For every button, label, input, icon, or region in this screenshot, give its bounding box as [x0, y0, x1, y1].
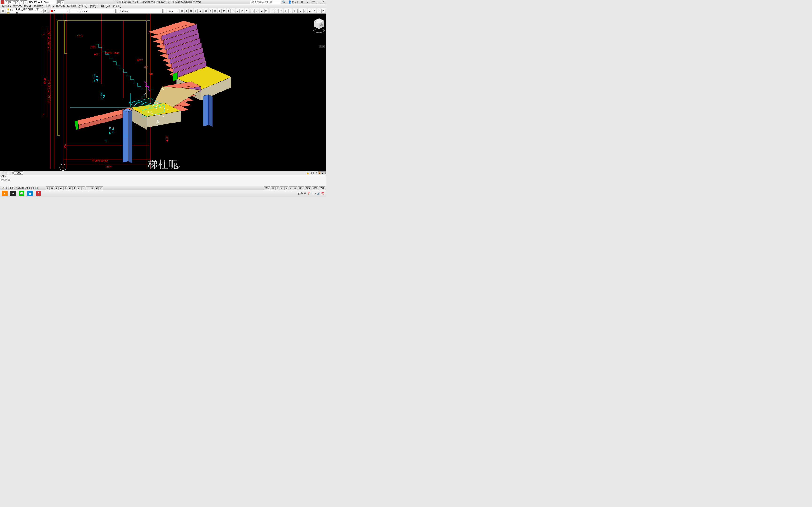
menu-draw[interactable]: 绘图(D)	[55, 4, 66, 8]
menu-window[interactable]: 窗口(W)	[99, 4, 111, 8]
grid-icon[interactable]: ⊞	[185, 9, 189, 13]
taskbar-app-capcut[interactable]: ✂	[10, 190, 16, 196]
status-fill[interactable]: 填充	[312, 186, 318, 190]
tab-prev-icon[interactable]: ◂	[4, 172, 7, 174]
tool-icon[interactable]: ⊞	[227, 9, 231, 13]
coordinates-display[interactable]: 61495.5638, -151708.5164, 0.0000	[1, 187, 45, 189]
maximize-button[interactable]: □	[321, 0, 326, 4]
status-icon[interactable]: ⊚	[280, 186, 284, 190]
linetype-selector[interactable]: ——— ByLayer	[70, 9, 116, 13]
lineweight-selector[interactable]: — ByLayer	[116, 9, 163, 13]
ortho-icon[interactable]: ⊥	[194, 9, 198, 13]
tool-icon[interactable]: ⫿	[231, 9, 235, 13]
tool-icon[interactable]: ⊕	[312, 9, 316, 13]
status-3dosnap-icon[interactable]: ◩	[68, 186, 72, 190]
anno-scale[interactable]: 🔒 1:1 ▾ 🔅	[306, 171, 321, 175]
search-go-icon[interactable]: 🔍	[281, 0, 287, 4]
help-search-input[interactable]	[250, 0, 281, 4]
tool-icon[interactable]: ⬚	[264, 9, 268, 13]
status-group[interactable]: 编组	[298, 186, 304, 190]
status-sc-icon[interactable]: ◫	[99, 186, 103, 190]
tool-icon[interactable]: ⬗	[251, 9, 255, 13]
layer-state-icon[interactable]: ▥	[44, 9, 47, 13]
status-ortho-icon[interactable]: ⊥	[54, 186, 58, 190]
taskbar-app-wechat[interactable]: 💬	[19, 190, 24, 196]
help-icon[interactable]: ? ▾	[310, 0, 316, 4]
status-tpy-icon[interactable]: ▦	[90, 186, 94, 190]
tool-icon[interactable]: ⊥	[284, 9, 288, 13]
qat-print-icon[interactable]: ⎙	[23, 0, 27, 4]
tool-icon[interactable]: ▨	[213, 9, 217, 13]
menu-dimension[interactable]: 标注(N)	[66, 4, 77, 8]
layer-selector[interactable]: 💡❄☼🔒▫ AXIS_详图轴线尺寸标注	[6, 9, 43, 13]
workspace-selector[interactable]: ⚙ AutoCAD 经典 ▾	[28, 0, 56, 4]
tool-icon[interactable]: ⊕	[217, 9, 221, 13]
menu-help[interactable]: 帮助(H)	[111, 4, 122, 8]
command-line-area[interactable]: OPY 选择对象:	[0, 175, 326, 186]
menu-parametric[interactable]: 参数(P)	[89, 4, 100, 8]
tool-icon[interactable]: ⬘	[255, 9, 259, 13]
layer-props-icon[interactable]: ▤	[1, 9, 5, 13]
status-icon[interactable]: ⊙	[289, 186, 293, 190]
status-snap-icon[interactable]: ⊞	[46, 186, 50, 190]
menu-tools[interactable]: 工具(T)	[44, 4, 55, 8]
tool-icon[interactable]: ⫾	[236, 9, 240, 13]
tool-icon[interactable]: ⊟	[222, 9, 226, 13]
qat-new-icon[interactable]: □	[5, 0, 8, 4]
plotcolor-selector[interactable]: ByColor	[163, 9, 179, 13]
qat-save-icon[interactable]: 💾	[12, 0, 15, 4]
tool-icon[interactable]: ⊡	[321, 9, 325, 13]
qat-layer-icon[interactable]: ▦	[57, 0, 61, 4]
menu-edit[interactable]: 编辑(E)	[1, 4, 12, 8]
drawing-canvas[interactable]: 4200 156.5X15=2347.566 5X4@6X8=1252 2140…	[0, 14, 326, 171]
tool-icon[interactable]: ⊣	[270, 9, 274, 13]
tab-first-icon[interactable]: |◂	[1, 172, 4, 174]
status-baseline[interactable]: 基线	[305, 186, 311, 190]
tool-icon[interactable]: ◫	[240, 9, 244, 13]
exchange-icon[interactable]: ✕	[300, 0, 304, 4]
tool-icon[interactable]: ⊧	[293, 9, 297, 13]
status-qp-icon[interactable]: ▣	[95, 186, 99, 190]
qat-open-icon[interactable]: ▣	[8, 0, 12, 4]
tool-icon[interactable]: ⬖	[308, 9, 312, 13]
viewcube[interactable]: 后 ▸ ◂	[313, 17, 326, 30]
tab-last-icon[interactable]: ▸|	[11, 172, 14, 174]
system-tray[interactable]: ◐ ⚑ 🖥 ❓ ⬆ ▲ 🔊 ⏰	[296, 192, 326, 195]
minimize-button[interactable]: —	[316, 0, 321, 4]
tool-icon[interactable]: ✦	[317, 9, 321, 13]
taskbar-app-recorder[interactable]: ●	[2, 190, 7, 196]
snap-icon[interactable]: ⊡	[189, 9, 193, 13]
model-button[interactable]: 模型	[264, 186, 270, 190]
tool-icon[interactable]: ◇	[303, 9, 307, 13]
menu-modify[interactable]: 修改(M)	[77, 4, 89, 8]
tab-next-icon[interactable]: ▸	[7, 172, 10, 174]
status-icon[interactable]: ⊡	[293, 186, 297, 190]
qat-undo-icon[interactable]: ↶	[16, 0, 19, 4]
status-ducs-icon[interactable]: ⊕	[77, 186, 81, 190]
qat-redo-icon[interactable]: ↷	[20, 0, 23, 4]
status-icon[interactable]: ⊕	[284, 186, 288, 190]
status-otrack-icon[interactable]: ∠	[72, 186, 77, 190]
status-icon[interactable]: ▣	[271, 186, 275, 190]
status-osnap-icon[interactable]: ◫	[63, 186, 67, 190]
tool-icon[interactable]: ⊡	[245, 9, 249, 13]
layout-tab[interactable]: 布局1	[14, 171, 23, 175]
scroll-right-icon[interactable]: ▸	[322, 171, 326, 174]
list-icon[interactable]: ▤	[180, 9, 184, 13]
polar-icon[interactable]: ◉	[198, 9, 202, 13]
tool-icon[interactable]: ⬙	[260, 9, 264, 13]
status-icon[interactable]: ▤	[275, 186, 280, 190]
taskbar-app-autocad[interactable]: A	[36, 190, 41, 196]
color-selector[interactable]: 红	[50, 9, 68, 13]
sync-icon[interactable]: ▲	[305, 0, 309, 4]
tool-icon[interactable]: ▧	[209, 9, 213, 13]
tool-icon[interactable]: ⊢	[275, 9, 278, 13]
login-button[interactable]: 👤登录 ▾	[287, 0, 299, 4]
status-bold[interactable]: 加粗	[319, 186, 325, 190]
tool-icon[interactable]: ⊦	[288, 9, 292, 13]
status-polar-icon[interactable]: ◐	[59, 186, 63, 190]
taskbar-app-browser[interactable]: ◉	[27, 190, 33, 196]
tool-icon[interactable]: ⊤	[279, 9, 283, 13]
status-grid-icon[interactable]: ⊡	[50, 186, 54, 190]
status-dyn-icon[interactable]: +	[81, 186, 85, 190]
